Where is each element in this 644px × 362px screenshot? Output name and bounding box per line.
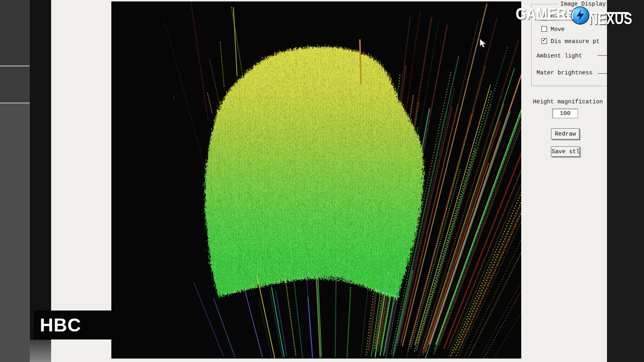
noise-spike	[220, 42, 224, 88]
move-checkbox-label: Move	[551, 26, 565, 33]
measurement-app-window: Image Display ✓ Rotate Move ✓ Dis measur…	[51, 0, 607, 362]
dis-measure-pt-checkbox[interactable]: ✓	[541, 38, 547, 44]
checkbox-check-icon: ✓	[542, 37, 547, 43]
redraw-button[interactable]: Redraw	[551, 128, 580, 140]
lower-third-badge: HBC	[33, 311, 143, 339]
screen: Image Display ✓ Rotate Move ✓ Dis measur…	[0, 0, 644, 362]
rotate-checkbox[interactable]: ✓	[541, 15, 547, 21]
viz-svg	[111, 2, 521, 358]
badge-label: HBC	[33, 314, 81, 336]
dome-group	[203, 46, 422, 297]
noise-spike	[191, 2, 208, 121]
desktop-left-section	[0, 66, 30, 103]
save-stl-button[interactable]: Save stl	[551, 146, 580, 157]
mater-brightness-label: Mater brightness	[537, 70, 592, 76]
3d-viewport[interactable]	[111, 1, 522, 359]
rotate-checkbox-label: Rotate	[551, 15, 572, 21]
checkbox-check-icon: ✓	[542, 14, 547, 20]
desktop-right-strip	[607, 0, 644, 362]
height-magnification-label: Height magnification	[533, 99, 603, 105]
desktop-strip-fade	[30, 340, 51, 362]
desktop-divider	[0, 103, 30, 103]
height-magnification-input[interactable]	[552, 109, 578, 118]
move-checkbox[interactable]	[541, 26, 547, 32]
desktop-left-section	[0, 0, 30, 66]
desktop-dark-strip	[30, 0, 51, 362]
desktop-left-column	[0, 0, 30, 362]
noise-spike	[233, 7, 237, 76]
groupbox-title: Image Display	[558, 1, 608, 7]
ambient-light-label: Ambient light	[537, 53, 582, 59]
dis-measure-pt-checkbox-label: Dis measure pt	[551, 38, 600, 45]
